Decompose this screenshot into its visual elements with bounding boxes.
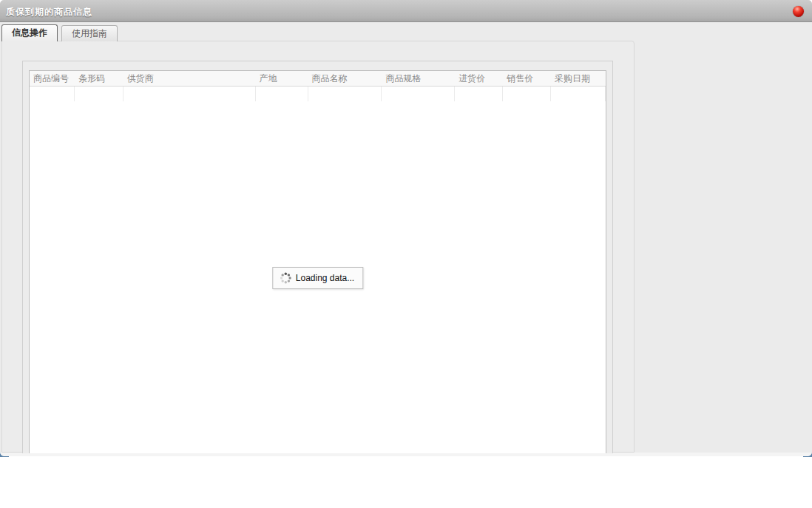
tab-label: 使用指南 (72, 28, 107, 38)
loading-indicator: Loading data... (272, 267, 363, 289)
table-cell (382, 87, 455, 101)
column-header[interactable]: 商品名称 (308, 71, 382, 87)
column-header[interactable]: 进货价 (455, 71, 503, 87)
title-bar[interactable]: 质保到期的商品信息 (0, 0, 812, 22)
table-cell (503, 87, 551, 101)
tab-strip: 信息操作 使用指南 (1, 24, 118, 41)
loading-text: Loading data... (296, 273, 354, 283)
column-header[interactable]: 商品编号 (30, 71, 75, 87)
table-row (30, 87, 606, 101)
tab-page-info-operations: 商品编号条形码供货商产地商品名称商品规格进货价销售价采购日期 (1, 41, 635, 453)
tab-label: 信息操作 (12, 27, 47, 38)
column-header[interactable]: 产地 (256, 71, 308, 87)
grid-header-row: 商品编号条形码供货商产地商品名称商品规格进货价销售价采购日期 (30, 71, 606, 87)
table-cell (30, 87, 75, 101)
loading-spinner-icon (280, 272, 291, 284)
product-grid: 商品编号条形码供货商产地商品名称商品规格进货价销售价采购日期 (29, 70, 606, 453)
window-title: 质保到期的商品信息 (6, 6, 92, 18)
column-header[interactable]: 条形码 (75, 71, 124, 87)
table-cell (256, 87, 308, 101)
table-panel: 商品编号条形码供货商产地商品名称商品规格进货价销售价采购日期 (22, 61, 613, 453)
close-icon[interactable] (793, 6, 804, 17)
app-window: 质保到期的商品信息 信息操作 使用指南 商品编号条形码供货商产地商品名称商品规格… (0, 0, 812, 456)
column-header[interactable]: 销售价 (503, 71, 551, 87)
tab-user-guide[interactable]: 使用指南 (61, 25, 118, 41)
table-cell (308, 87, 382, 101)
column-header[interactable]: 商品规格 (382, 71, 455, 87)
column-header[interactable]: 采购日期 (551, 71, 606, 87)
table-cell (124, 87, 256, 101)
table-cell (551, 87, 606, 101)
table-cell (455, 87, 503, 101)
page: 质保到期的商品信息 信息操作 使用指南 商品编号条形码供货商产地商品名称商品规格… (0, 0, 812, 508)
column-header[interactable]: 供货商 (124, 71, 256, 87)
tab-info-operations[interactable]: 信息操作 (1, 24, 58, 41)
table-cell (75, 87, 124, 101)
